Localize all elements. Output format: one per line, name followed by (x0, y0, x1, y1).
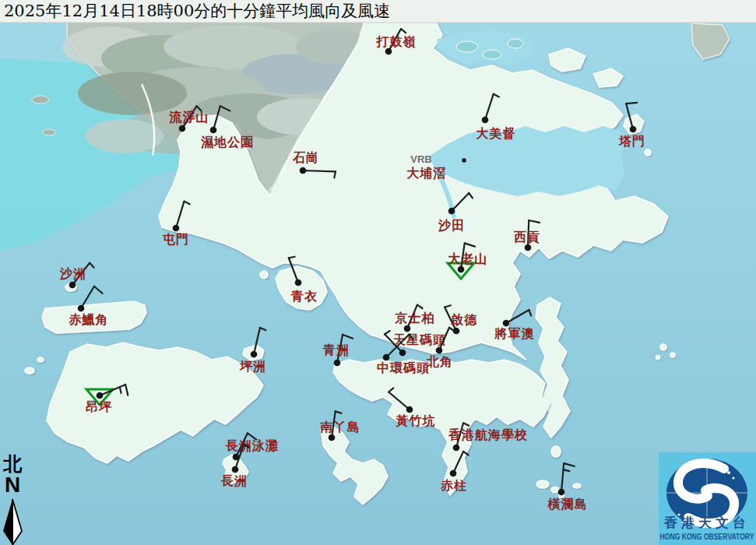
station-label: 黃竹坑 (396, 413, 436, 428)
station-dot (462, 158, 466, 163)
station-label: 沙洲 (59, 266, 86, 281)
wind-barb-tick-half (289, 257, 295, 258)
hko-logo: 香港天文台 HONG KONG OBSERVATORY (659, 452, 756, 545)
station-dot (525, 244, 532, 251)
station-label: 北角 (426, 354, 453, 369)
station-dot (436, 347, 443, 354)
station-label: 坪洲 (239, 359, 266, 374)
station-label: 南丫島 (320, 420, 360, 434)
mudflat (483, 50, 501, 59)
station-label: 將軍澳 (494, 326, 535, 341)
station-dot (334, 360, 341, 367)
station-label: 屯門 (162, 232, 189, 247)
station-dot (453, 445, 460, 452)
station-label: 橫瀾島 (547, 497, 588, 512)
logo-text-cn: 香港天文台 (663, 515, 750, 530)
wind-map-page: 2025年12月14日18時00分的十分鐘平均風向及風速 打鼓嶺流浮山濕地公園石… (0, 0, 756, 545)
station-label: 赤柱 (440, 478, 467, 493)
logo-text-en: HONG KONG OBSERVATORY (660, 532, 755, 541)
mudflat (508, 39, 523, 48)
north-label-cn: 北 (2, 452, 23, 475)
station-dot (97, 392, 104, 399)
vrb-note: VRB (410, 153, 431, 165)
station-label: 京士柏 (395, 311, 435, 325)
station-label: 流浮山 (169, 110, 209, 125)
station-label: 中環碼頭 (377, 360, 430, 375)
station-label: 打鼓嶺 (376, 34, 417, 49)
station-dot (251, 351, 258, 358)
station-label: 長洲泳灘 (225, 438, 279, 453)
station-label: 西貢 (513, 230, 540, 244)
station-label: 青衣 (290, 289, 318, 304)
station-dot (383, 354, 390, 361)
station-label: 沙田 (438, 218, 465, 233)
station-dot (399, 350, 406, 357)
station-label: 石崗 (292, 150, 319, 165)
title-bar: 2025年12月14日18時00分的十分鐘平均風向及風速 (0, 0, 756, 23)
station-label: 濕地公園 (200, 135, 254, 149)
deep-bay-islet (32, 96, 49, 104)
station-label: 天星碼頭 (392, 332, 446, 347)
station-dot (630, 126, 637, 133)
station-dot (406, 406, 413, 413)
station-dot (295, 280, 302, 287)
station-dot (210, 127, 217, 134)
station-label: 啟德 (450, 312, 477, 327)
station-dot (300, 167, 307, 174)
station-dot (404, 325, 411, 332)
wind-map: 2025年12月14日18時00分的十分鐘平均風向及風速 打鼓嶺流浮山濕地公園石… (0, 0, 756, 545)
mudflat (456, 41, 478, 52)
station-label: 大老山 (448, 251, 488, 266)
station-dot (482, 117, 489, 124)
station-label: 塔門 (618, 134, 645, 149)
station-label: 長洲 (220, 473, 248, 488)
station-label: 大美督 (476, 126, 516, 141)
wind-barb-tick-full (626, 103, 637, 104)
station-dot (69, 282, 76, 289)
north-label-en: N (5, 473, 20, 497)
station-dot (503, 320, 510, 327)
station-dot (78, 305, 85, 312)
station-dot (458, 266, 465, 273)
deep-bay-islet (43, 129, 55, 135)
wind-barb-stem (303, 171, 336, 171)
map-title: 2025年12月14日18時00分的十分鐘平均風向及風速 (4, 2, 390, 20)
station-dot (179, 125, 186, 132)
station-dot (450, 470, 457, 477)
station-label: 香港航海學校 (448, 427, 528, 442)
station-dot (232, 466, 239, 473)
station-label: 大埔滘 (407, 166, 447, 181)
station-dot (448, 208, 455, 215)
station-label: 赤鱲角 (69, 312, 109, 327)
station-dot (329, 434, 336, 441)
station-label: 昂坪 (86, 399, 112, 414)
station-label: 青洲 (322, 343, 350, 357)
station-dot (173, 225, 180, 232)
station-dot (558, 489, 565, 496)
